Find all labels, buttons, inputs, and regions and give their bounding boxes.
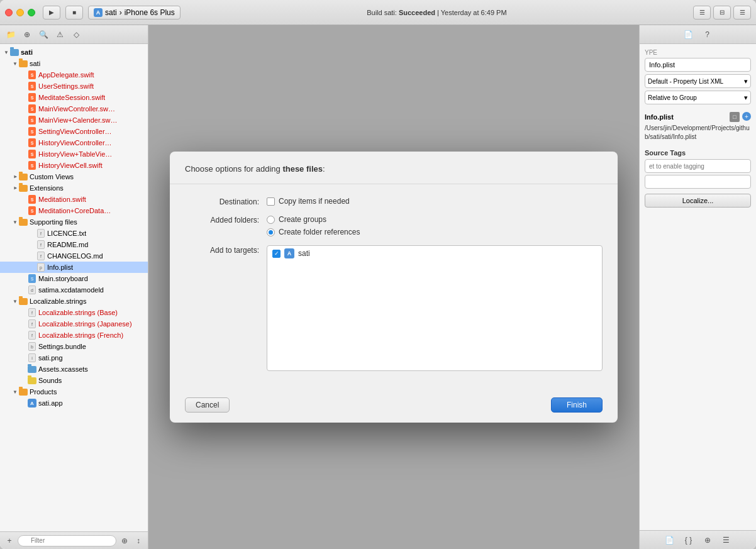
type-field[interactable]: Info.plist xyxy=(645,58,751,72)
dialog-title: Choose options for adding these files: xyxy=(170,152,618,184)
target-tab[interactable]: ⊕ xyxy=(701,533,714,547)
tree-item-meditatesession[interactable]: ▼ S MeditateSession.swift xyxy=(0,92,148,103)
code-tab[interactable]: { } xyxy=(682,533,696,547)
expand-group[interactable]: ▼ xyxy=(11,60,19,67)
expand-products[interactable]: ▼ xyxy=(11,388,19,396)
source-tags-section: Source Tags Localize... xyxy=(645,149,751,208)
folder-icon xyxy=(19,184,28,192)
tree-label: Products xyxy=(30,388,57,396)
warning-btn[interactable]: ⚠ xyxy=(53,28,67,42)
project-selector[interactable]: A sati › iPhone 6s Plus xyxy=(88,6,181,19)
tree-item-main-storyboard[interactable]: ▼ S Main.storyboard xyxy=(0,273,148,284)
dialog-footer: Cancel Finish xyxy=(170,397,618,413)
tree-item-sati-app[interactable]: ▼ A sati.app xyxy=(0,397,148,409)
run-button[interactable]: ▶ xyxy=(43,6,60,19)
expand-extensions[interactable]: ▼ xyxy=(11,184,19,192)
tree-item-localizable-japanese[interactable]: ▼ f Localizable.strings (Japanese) xyxy=(0,318,148,330)
format-dropdown[interactable]: Default - Property List XML ▾ xyxy=(645,74,751,88)
tree-item-xcdatamodeld[interactable]: ▼ d satima.xcdatamodeld xyxy=(0,284,148,296)
expand-custom-views[interactable]: ▼ xyxy=(11,173,19,180)
tree-label: HistoryViewController… xyxy=(38,139,112,147)
traffic-lights xyxy=(5,9,35,16)
tree-item-products[interactable]: ▼ Products xyxy=(0,386,148,397)
tree-item-root-sati[interactable]: ▼ sati xyxy=(0,47,148,58)
tree-item-localizable-french[interactable]: ▼ f Localizable.strings (French) xyxy=(0,330,148,341)
tree-item-localizable[interactable]: ▼ Localizable.strings xyxy=(0,296,148,307)
finish-button[interactable]: Finish xyxy=(551,397,603,413)
tree-item-changelog[interactable]: ▼ f CHANGELOG.md xyxy=(0,250,148,262)
project-name: sati xyxy=(105,8,117,17)
file-icon: f xyxy=(36,229,45,238)
filter-input[interactable] xyxy=(18,535,116,546)
file-inspector-tab[interactable]: 📄 xyxy=(682,28,696,42)
expand-root[interactable]: ▼ xyxy=(3,48,10,56)
close-button[interactable] xyxy=(5,9,13,16)
tree-item-usersettings[interactable]: ▼ S UserSettings.swift xyxy=(0,80,148,92)
folder-icon-btn[interactable]: 📁 xyxy=(4,28,18,42)
expand-supporting[interactable]: ▼ xyxy=(11,218,19,226)
file-icon: f xyxy=(28,331,36,340)
tree-label: CHANGELOG.md xyxy=(47,252,103,260)
copy-items-label: Copy items if needed xyxy=(279,197,350,206)
tree-label: LICENCE.txt xyxy=(47,230,86,237)
tree-item-licence[interactable]: ▼ f LICENCE.txt xyxy=(0,228,148,239)
copy-items-checkbox[interactable] xyxy=(267,197,275,206)
storyboard-icon: S xyxy=(28,274,36,283)
tree-item-appdelegate[interactable]: ▼ S AppDelegate.swift xyxy=(0,69,148,80)
target-sati[interactable]: A sati xyxy=(267,246,602,261)
debug-toggle[interactable]: ⊟ xyxy=(713,6,731,19)
add-file-btn[interactable]: + xyxy=(4,534,15,548)
expand-localizable[interactable]: ▼ xyxy=(11,297,19,305)
tree-item-localizable-base[interactable]: ▼ f Localizable.strings (Base) xyxy=(0,307,148,318)
file-tab[interactable]: 📄 xyxy=(663,533,677,547)
tree-label: sati xyxy=(21,48,33,56)
plist-icon: p xyxy=(36,263,45,272)
tree-item-settings-bundle[interactable]: ▼ b Settings.bundle xyxy=(0,341,148,352)
stop-button[interactable]: ■ xyxy=(65,6,83,19)
sidebar-footer: + ⊕ ↕ xyxy=(0,531,148,549)
folder-reveal-btn[interactable]: □ xyxy=(730,112,740,122)
tree-item-historytableview[interactable]: ▼ S HistoryView+TableVie… xyxy=(0,148,148,160)
swift-icon: S xyxy=(28,195,36,204)
quick-help-tab[interactable]: ? xyxy=(701,28,714,42)
location-dropdown[interactable]: Relative to Group ▾ xyxy=(645,91,751,104)
navigator-toggle[interactable]: ☰ xyxy=(693,6,711,19)
create-groups-radio[interactable] xyxy=(267,216,275,224)
tags-input-2[interactable] xyxy=(645,175,751,189)
tree-item-mainview-calender[interactable]: ▼ S MainView+Calender.sw… xyxy=(0,114,148,126)
tree-item-historyviewcontroller[interactable]: ▼ S HistoryViewController… xyxy=(0,137,148,148)
add-location-btn[interactable]: + xyxy=(742,112,751,121)
tree-item-mainviewcontroller[interactable]: ▼ S MainViewController.sw… xyxy=(0,103,148,114)
tree-label: UserSettings.swift xyxy=(38,82,94,90)
maximize-button[interactable] xyxy=(28,9,35,16)
target-checkbox[interactable] xyxy=(272,250,281,258)
tree-item-sati-png[interactable]: ▼ i sati.png xyxy=(0,352,148,363)
inspector-toggle[interactable]: ☰ xyxy=(733,6,751,19)
tree-item-readme[interactable]: ▼ f README.md xyxy=(0,239,148,250)
tree-item-assets[interactable]: ▼ Assets.xcassets xyxy=(0,363,148,375)
tree-item-meditation[interactable]: ▼ S Meditation.swift xyxy=(0,194,148,205)
added-folders-label: Added folders: xyxy=(185,215,267,225)
folder-icon xyxy=(19,297,28,306)
localize-button[interactable]: Localize... xyxy=(645,194,751,208)
tags-input[interactable] xyxy=(645,159,751,173)
build-phases-tab[interactable]: ☰ xyxy=(720,533,733,547)
tree-item-meditation-coredata[interactable]: ▼ S Meditation+CoreData… xyxy=(0,205,148,216)
tree-item-settingviewcontroller[interactable]: ▼ S SettingViewController… xyxy=(0,126,148,137)
sort-btn[interactable]: ↕ xyxy=(133,534,144,548)
bookmark-btn[interactable]: ◇ xyxy=(69,28,83,42)
create-folder-refs-radio[interactable] xyxy=(267,228,275,236)
cancel-button[interactable]: Cancel xyxy=(185,397,230,413)
tree-item-info-plist[interactable]: ▼ p Info.plist xyxy=(0,262,148,273)
tree-item-sati-group[interactable]: ▼ sati xyxy=(0,58,148,69)
minimize-button[interactable] xyxy=(16,9,24,16)
git-btn[interactable]: ⊕ xyxy=(20,28,34,42)
tree-item-historyviewcell[interactable]: ▼ S HistoryViewCell.swift xyxy=(0,160,148,171)
recent-btn[interactable]: ⊕ xyxy=(119,534,130,548)
tree-item-supporting-files[interactable]: ▼ Supporting files xyxy=(0,216,148,228)
targets-list-content: A sati xyxy=(267,245,603,371)
tree-item-sounds[interactable]: ▼ Sounds xyxy=(0,375,148,386)
tree-item-extensions[interactable]: ▼ Extensions xyxy=(0,182,148,194)
search-btn[interactable]: 🔍 xyxy=(36,28,50,42)
tree-item-custom-views[interactable]: ▼ Custom Views xyxy=(0,171,148,182)
